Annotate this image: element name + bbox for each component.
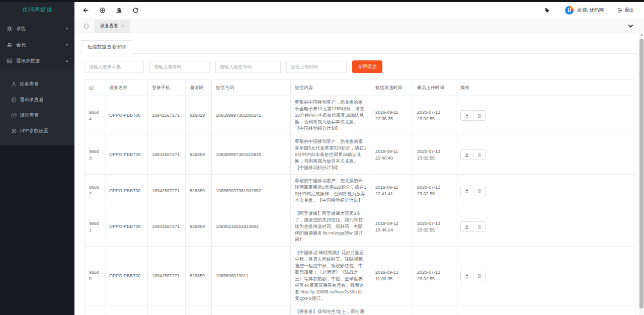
delete-button[interactable] <box>473 110 486 121</box>
delete-button[interactable] <box>473 149 486 160</box>
upload-time-input[interactable] <box>286 61 347 73</box>
sidebar-submenu: 设备查看 通讯录查看 短信查看 APP参数设置 <box>0 69 74 145</box>
chevron-down-icon[interactable] <box>627 23 634 29</box>
avatar[interactable]: U <box>565 6 574 15</box>
fullscreen-icon[interactable] <box>99 7 106 14</box>
cell-phone: 18942567271 <box>148 247 186 305</box>
home-icon[interactable] <box>83 23 90 29</box>
cell-actions <box>456 175 635 207</box>
cell-device: OPPO-PBBT00 <box>105 96 148 135</box>
cell-sms-number: 10690219252813692 <box>212 207 291 247</box>
delete-button[interactable] <box>473 186 486 196</box>
panel-tabs: 短信数据查看管理 <box>81 40 637 54</box>
upload-time: 23:02:55 <box>417 227 452 233</box>
delete-button[interactable] <box>473 271 486 281</box>
column-header-sent-time: 短信发送时间 <box>371 80 413 96</box>
column-header-invite-code: 邀请码 <box>186 80 212 96</box>
bank-icon[interactable] <box>116 7 122 14</box>
cell-device: OPPO-PBBT00 <box>105 247 148 305</box>
cell-upload-time: 2020-07-13 23:02:55 <box>413 175 456 207</box>
download-button[interactable] <box>460 110 473 121</box>
sent-time: 11:00:05 <box>375 276 409 282</box>
download-icon <box>464 224 469 229</box>
scroll-up-arrow[interactable]: ▲ <box>639 32 644 37</box>
top-black-strip <box>0 0 644 2</box>
cell-sms-number: 106589997381886241 <box>212 96 291 135</box>
sidebar-item-app-settings[interactable]: APP参数设置 <box>0 123 74 139</box>
contacts-icon <box>7 58 13 64</box>
topbar: U 欢迎, 优码网 退出 <box>74 2 644 19</box>
refresh-icon[interactable] <box>132 7 139 14</box>
tag-icon[interactable] <box>544 8 550 14</box>
cell-upload-time: 2020-07-13 23:02:55 <box>413 207 456 247</box>
cell-sms-number: 106589997381910946 <box>212 135 291 175</box>
sidebar-item-sms-view[interactable]: 短信查看 <box>0 108 74 123</box>
sidebar-item-contacts-view[interactable]: 通讯录查看 <box>0 92 74 108</box>
delete-button[interactable] <box>473 221 486 232</box>
cell-upload-time: 2020-07-13 23:02:55 <box>413 135 456 175</box>
envelope-icon <box>11 113 17 118</box>
cell-device: OPPO-PBBT00 <box>105 207 148 247</box>
cell-sent-time: 2019-09-12 13:46:24 <box>371 207 413 247</box>
cell-invite-code: 826859 <box>186 207 212 247</box>
download-button[interactable] <box>460 271 473 281</box>
download-button[interactable] <box>460 149 473 160</box>
tab-sms-data-management[interactable]: 短信数据查看管理 <box>81 40 132 54</box>
upload-date: 2020-07-13 <box>417 109 452 116</box>
cell-upload-time: 2020-07-13 23:02:55 <box>413 247 456 305</box>
login-phone-input[interactable] <box>85 61 144 73</box>
submit-button[interactable]: 立即提交 <box>352 60 382 73</box>
scrollbar-thumb[interactable] <box>639 39 643 308</box>
cell-device: OPPO-PBBT00 <box>105 305 148 315</box>
invite-code-input[interactable] <box>149 61 210 73</box>
sidebar-item-device-view[interactable]: 设备查看 <box>0 76 74 92</box>
sidebar-item-label: 会员 <box>16 42 26 48</box>
trash-icon <box>477 188 482 193</box>
cell-actions <box>456 96 635 135</box>
sent-time: 22:41:41 <box>375 191 409 197</box>
cell-sms-content: 尊敬的中国移动客户，您兑换的蜜芽乐园5元代金券需520积分，请在10分钟内向本条… <box>291 135 371 175</box>
cell-phone: 18942567271 <box>148 175 186 207</box>
cell-sent-time: 2019-09-11 22:36:35 <box>371 96 413 135</box>
close-icon[interactable]: × <box>122 24 125 29</box>
table-row: 96603 OPPO-PBBT00 18942567271 826859 106… <box>85 135 635 175</box>
cell-phone: 18942567271 <box>148 207 186 247</box>
sidebar-item-members[interactable]: 会员 ▾ <box>0 37 74 53</box>
back-arrow-icon[interactable] <box>83 7 89 14</box>
tab-label: 设备查看 <box>100 23 118 29</box>
cell-sent-time: 2019-09-15 09:28:25 <box>371 305 413 315</box>
cell-device: OPPO-PBBT00 <box>105 175 148 207</box>
sidebar-item-label: 通讯录查看 <box>20 97 44 103</box>
cell-actions <box>456 247 635 305</box>
cell-id: 96600 <box>85 247 105 305</box>
sent-time: 22:36:35 <box>375 116 409 122</box>
cell-invite-code: 826859 <box>186 247 212 305</box>
sidebar-item-system[interactable]: 系统 ▾ <box>0 21 74 37</box>
sms-number-input[interactable] <box>215 61 281 73</box>
table-row: 96599 OPPO-PBBT00 18942567271 826859 106… <box>85 305 635 315</box>
upload-date: 2020-07-13 <box>417 148 452 155</box>
sidebar-item-label: 系统 <box>16 26 26 32</box>
sidebar: 优码网提供 系统 ▾ 会员 ▾ 通讯录数据 ▴ <box>0 0 74 315</box>
cell-sms-number: 1065806010011 <box>212 247 291 305</box>
logout-button[interactable]: 退出 <box>617 7 634 14</box>
gear-icon <box>7 26 13 32</box>
cell-phone: 18942567271 <box>148 305 186 315</box>
column-header-id: ID <box>85 80 105 96</box>
gear-icon <box>11 128 17 134</box>
download-button[interactable] <box>460 221 473 232</box>
table-header-row: ID 设备名称 登录手机 邀请码 短信号码 短信内容 短信发送时间 最后上传时间… <box>85 80 635 96</box>
download-button[interactable] <box>460 186 473 196</box>
vertical-scrollbar[interactable]: ▲ <box>639 32 644 315</box>
welcome-text: 欢迎, 优码网 <box>577 7 604 14</box>
cell-id: 96603 <box>85 135 105 175</box>
column-header-sms-content: 短信内容 <box>291 80 371 96</box>
trash-icon <box>477 152 482 158</box>
tab-device-view[interactable]: 设备查看 × <box>95 20 130 33</box>
cell-sent-time: 2019-09-11 22:40:40 <box>371 135 413 175</box>
cell-sms-content: 【拼多多】@邹先生/女士，审批通过！已为您申请手机今日445元 明日失效，限本人… <box>291 305 371 315</box>
sidebar-item-contacts-data[interactable]: 通讯录数据 ▴ <box>0 53 74 69</box>
sent-date: 2019-09-13 <box>375 269 409 276</box>
upload-date: 2020-07-13 <box>417 184 452 191</box>
chevron-down-icon: ▾ <box>66 27 68 31</box>
